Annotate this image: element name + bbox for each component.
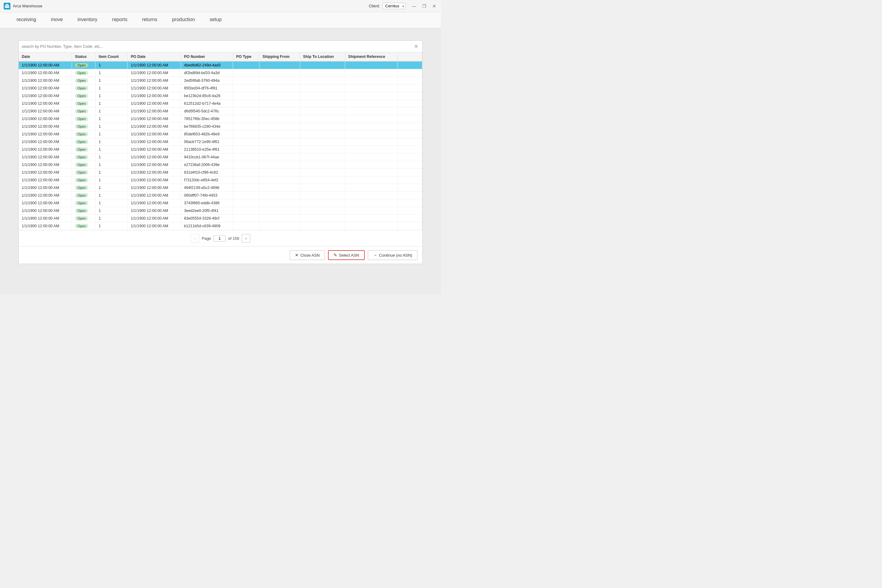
- status-badge: Open: [75, 193, 88, 198]
- svg-rect-1: [6, 4, 8, 6]
- status-badge: Open: [75, 155, 88, 159]
- status-badge: Open: [75, 170, 88, 175]
- table-row[interactable]: 1/1/1900 12:00:00 AMOpen11/1/1900 12:00:…: [19, 176, 422, 184]
- table-row[interactable]: 1/1/1900 12:00:00 AMOpen11/1/1900 12:00:…: [19, 130, 422, 138]
- status-badge: Open: [75, 208, 88, 213]
- status-badge: Open: [75, 132, 88, 136]
- col-header-date: Date: [19, 52, 72, 61]
- status-badge: Open: [75, 71, 88, 75]
- status-badge: Open: [75, 101, 88, 106]
- status-badge: Open: [75, 163, 88, 167]
- table-row[interactable]: 1/1/1900 12:00:00 AMOpen11/1/1900 12:00:…: [19, 108, 422, 115]
- data-table: Date Status Item Count PO Date PO Number…: [19, 52, 422, 230]
- title-bar-left: Arca Warehouse: [4, 3, 42, 9]
- title-bar: Arca Warehouse Client: Cerritus — ❐ ✕: [0, 0, 441, 12]
- table-row[interactable]: 1/1/1900 12:00:00 AMOpen11/1/1900 12:00:…: [19, 200, 422, 207]
- search-bar: ✕: [19, 41, 422, 52]
- table-row[interactable]: 1/1/1900 12:00:00 AMOpen11/1/1900 12:00:…: [19, 169, 422, 176]
- table-body: 1/1/1900 12:00:00 AMOpen11/1/1900 12:00:…: [19, 61, 422, 230]
- status-badge: Open: [75, 178, 88, 182]
- select-asn-icon: ✎: [333, 253, 337, 258]
- close-asn-button[interactable]: ✕ Close ASN: [290, 250, 325, 260]
- pagination-bar: ‹ Page 1 of 156 ›: [19, 230, 422, 246]
- table-row[interactable]: 1/1/1900 12:00:00 AMOpen11/1/1900 12:00:…: [19, 100, 422, 108]
- data-table-wrapper[interactable]: Date Status Item Count PO Date PO Number…: [19, 52, 422, 230]
- table-row[interactable]: 1/1/1900 12:00:00 AMOpen11/1/1900 12:00:…: [19, 77, 422, 84]
- status-badge: Open: [75, 201, 88, 205]
- nav-bar: receiving move inventory reports returns…: [0, 12, 441, 28]
- close-asn-icon: ✕: [295, 253, 298, 258]
- table-container: ✕ Date Status Item Count PO Date PO Numb…: [18, 40, 423, 264]
- status-badge: Open: [75, 147, 88, 152]
- table-row[interactable]: 1/1/1900 12:00:00 AMOpen11/1/1900 12:00:…: [19, 61, 422, 69]
- continue-no-asn-button[interactable]: → Continue (no ASN): [368, 250, 417, 260]
- col-header-shipmentreference: Shipment Reference: [345, 52, 398, 61]
- table-row[interactable]: 1/1/1900 12:00:00 AMOpen11/1/1900 12:00:…: [19, 184, 422, 192]
- client-select[interactable]: Cerritus: [382, 3, 406, 9]
- col-header-podate: PO Date: [128, 52, 181, 61]
- close-button[interactable]: ✕: [431, 3, 437, 9]
- table-row[interactable]: 1/1/1900 12:00:00 AMOpen11/1/1900 12:00:…: [19, 92, 422, 100]
- nav-item-move[interactable]: move: [44, 12, 70, 28]
- title-bar-right: Client: Cerritus — ❐ ✕: [369, 3, 437, 9]
- client-section: Client: Cerritus: [369, 3, 406, 9]
- table-header: Date Status Item Count PO Date PO Number…: [19, 52, 422, 61]
- nav-item-inventory[interactable]: inventory: [70, 12, 105, 28]
- status-badge: Open: [75, 63, 88, 68]
- maximize-button[interactable]: ❐: [421, 3, 428, 9]
- window-controls: — ❐ ✕: [411, 3, 437, 9]
- main-content: ✕ Date Status Item Count PO Date PO Numb…: [0, 28, 441, 294]
- page-number-input[interactable]: 1: [213, 235, 226, 242]
- nav-item-setup[interactable]: setup: [202, 12, 229, 28]
- col-header-shiptolocation: Ship To Location: [300, 52, 345, 61]
- status-badge: Open: [75, 216, 88, 220]
- table-row[interactable]: 1/1/1900 12:00:00 AMOpen11/1/1900 12:00:…: [19, 146, 422, 153]
- table-row[interactable]: 1/1/1900 12:00:00 AMOpen11/1/1900 12:00:…: [19, 115, 422, 123]
- status-badge: Open: [75, 117, 88, 121]
- client-label: Client:: [369, 4, 380, 8]
- status-badge: Open: [75, 109, 88, 113]
- status-badge: Open: [75, 86, 88, 90]
- table-row[interactable]: 1/1/1900 12:00:00 AMOpen11/1/1900 12:00:…: [19, 153, 422, 161]
- status-badge: Open: [75, 94, 88, 98]
- page-label: Page: [202, 236, 211, 241]
- col-header-extra: [398, 52, 422, 61]
- of-label: of 156: [228, 236, 239, 241]
- table-row[interactable]: 1/1/1900 12:00:00 AMOpen11/1/1900 12:00:…: [19, 207, 422, 214]
- status-badge: Open: [75, 140, 88, 144]
- table-row[interactable]: 1/1/1900 12:00:00 AMOpen11/1/1900 12:00:…: [19, 192, 422, 200]
- continue-icon: →: [373, 253, 377, 258]
- table-row[interactable]: 1/1/1900 12:00:00 AMOpen11/1/1900 12:00:…: [19, 214, 422, 222]
- table-row[interactable]: 1/1/1900 12:00:00 AMOpen11/1/1900 12:00:…: [19, 222, 422, 230]
- select-asn-label: Select ASN: [339, 253, 359, 258]
- app-title: Arca Warehouse: [13, 4, 42, 8]
- col-header-ponumber: PO Number: [181, 52, 233, 61]
- select-asn-button[interactable]: ✎ Select ASN: [328, 250, 365, 260]
- status-badge: Open: [75, 124, 88, 129]
- status-badge: Open: [75, 78, 88, 82]
- col-header-potype: PO Type: [233, 52, 260, 61]
- search-clear-button[interactable]: ✕: [413, 44, 419, 49]
- continue-label: Continue (no ASN): [379, 253, 412, 258]
- next-page-button[interactable]: ›: [242, 234, 250, 243]
- status-badge: Open: [75, 186, 88, 190]
- table-row[interactable]: 1/1/1900 12:00:00 AMOpen11/1/1900 12:00:…: [19, 138, 422, 146]
- nav-item-production[interactable]: production: [165, 12, 202, 28]
- footer-buttons: ✕ Close ASN ✎ Select ASN → Continue (no …: [19, 246, 422, 264]
- table-row[interactable]: 1/1/1900 12:00:00 AMOpen11/1/1900 12:00:…: [19, 123, 422, 130]
- search-input[interactable]: [22, 44, 413, 49]
- status-badge: Open: [75, 224, 88, 228]
- client-select-wrapper[interactable]: Cerritus: [382, 3, 406, 9]
- col-header-status: Status: [72, 52, 96, 61]
- app-icon: [4, 3, 10, 9]
- nav-item-receiving[interactable]: receiving: [9, 12, 44, 28]
- table-row[interactable]: 1/1/1900 12:00:00 AMOpen11/1/1900 12:00:…: [19, 161, 422, 169]
- nav-item-reports[interactable]: reports: [105, 12, 135, 28]
- prev-page-button[interactable]: ‹: [191, 234, 200, 243]
- minimize-button[interactable]: —: [411, 3, 417, 9]
- col-header-shippingfrom: Shipping From: [260, 52, 300, 61]
- close-asn-label: Close ASN: [300, 253, 320, 258]
- table-row[interactable]: 1/1/1900 12:00:00 AMOpen11/1/1900 12:00:…: [19, 69, 422, 77]
- table-row[interactable]: 1/1/1900 12:00:00 AMOpen11/1/1900 12:00:…: [19, 84, 422, 92]
- nav-item-returns[interactable]: returns: [135, 12, 165, 28]
